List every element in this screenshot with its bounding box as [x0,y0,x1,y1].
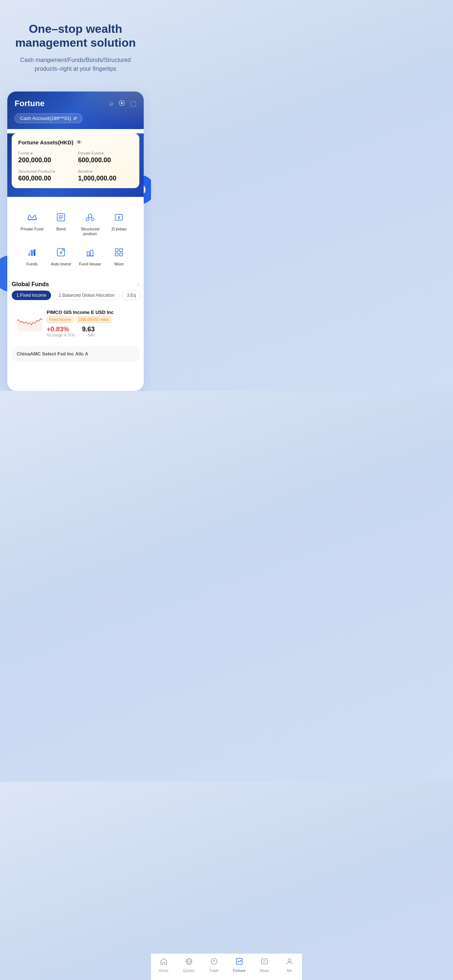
asset-funds: Funds ▶ 200,000.00 [18,151,73,164]
more-icon [112,245,126,259]
eye-icon[interactable]: 👁 [76,139,82,146]
menu-grid: Private Fund Bond [16,201,135,275]
fundhouse-icon [83,245,97,259]
svg-rect-24 [120,253,123,256]
fund-amount-tag: 1000.00USD initial [76,317,111,323]
headset-icon[interactable]: ⦿ [118,100,125,107]
asset-structured: Structured Product ▶ 600,000.00 [18,169,73,182]
menu-item-fundhouse[interactable]: Fund House [77,242,103,269]
tab-balanced[interactable]: 2.Balanced Global Allocation [54,291,119,300]
fund-name-chinaamc: ChinaAMC Select Fxd Inc Allc A [17,351,88,356]
menu-section: Private Fund Bond [7,197,144,275]
hero-title: One–stop wealth management solution [11,22,140,50]
header-wave [62,92,144,129]
message-icon[interactable]: ⬚ [130,100,136,108]
fund-card-pimco[interactable]: PIMCO GIS Income E USD Inc Fixed Income … [12,304,139,342]
tab-fixed-income[interactable]: 1.Fixed Income [12,291,51,300]
asset-private-fund-label: Private Fund ▶ [78,151,133,155]
fund-return-label: %Change in 3YR [47,333,75,337]
fortune-icons: ⌕ ⦿ ⬚ [109,100,136,108]
menu-label-zijinbao: Zi jinbao [111,227,126,232]
asset-private-fund-value: 600,000.00 [78,156,133,164]
fortune-header: Fortune ⌕ ⦿ ⬚ Cash Account(199***01) ⇄ [7,92,144,129]
svg-rect-21 [115,249,118,251]
fund-name-pimco: PIMCO GIS Income E USD Inc [47,310,134,315]
phone-card: Fortune ⌕ ⦿ ⬚ Cash Account(199***01) ⇄ F… [7,92,144,391]
assets-title-row: Fortune Assets(HKD) 👁 [18,139,133,146]
fund-nav-label: NAV [82,333,95,337]
menu-label-structured: Structured product [78,227,102,236]
asset-structured-value: 600,000.00 [18,175,73,182]
svg-point-6 [86,218,89,221]
menu-item-zijinbao[interactable]: ¥ Zi jinbao [106,207,132,239]
autoinvest-icon: ¥ [54,245,68,259]
assets-grid: Funds ▶ 200,000.00 Private Fund ▶ 600,00… [18,151,133,182]
arrow-icon-2: ▶ [102,151,104,155]
crown-icon [25,210,39,224]
svg-text:¥: ¥ [60,250,62,255]
asset-bonds: Bonds ▶ 1,000,000.00 [78,169,133,182]
search-icon[interactable]: ⌕ [109,100,113,107]
fund-chart-pimco [17,310,42,331]
fund-nav-value: 9.63 [82,326,95,333]
tabs-row: 1.Fixed Income 2.Balanced Global Allocat… [7,291,144,304]
structured-icon [83,210,97,224]
tab-equity[interactable]: 3.Eq [122,291,141,300]
account-label: Cash Account(199***01) [20,116,71,121]
arrow-icon: ▶ [30,151,33,155]
menu-label-more: More [115,262,124,267]
fund-return-col: +0.83% %Change in 3YR [47,326,75,337]
menu-label-fundhouse: Fund House [79,262,101,267]
asset-bonds-value: 1,000,000.00 [78,175,133,182]
fund-nav-col: 9.63 NAV [82,326,95,337]
arrow-icon-3: ▶ [53,170,56,173]
assets-card: Fortune Assets(HKD) 👁 Funds ▶ 200,000.00… [12,134,139,188]
fund-card-chinaamc[interactable]: ChinaAMC Select Fxd Inc Allc A [12,346,139,362]
funds-icon [25,245,39,259]
asset-funds-value: 200,000.00 [18,156,73,164]
menu-label-private-fund: Private Fund [21,227,43,232]
svg-rect-18 [87,251,89,256]
global-funds-header: Global Funds › [7,275,144,291]
hero-section: One–stop wealth management solution Cash… [0,0,151,84]
svg-point-7 [91,218,94,221]
bond-icon [54,210,68,224]
fund-stats-pimco: +0.83% %Change in 3YR 9.63 NAV [47,326,134,337]
hero-subtitle: Cash mangement/Funds/Bonds/Structured pr… [11,56,140,73]
global-funds-title: Global Funds [12,281,49,288]
menu-item-bond[interactable]: Bond [48,207,74,239]
svg-point-5 [88,214,92,218]
section-arrow-icon[interactable]: › [137,281,139,288]
fund-return-pct: +0.83% [47,326,75,333]
assets-section-bg: Fortune Assets(HKD) 👁 Funds ▶ 200,000.00… [7,134,144,197]
fund-tags-pimco: Fixed Income 1000.00USD initial [47,317,134,323]
fund-type-tag: Fixed Income [47,317,74,323]
asset-funds-label: Funds ▶ [18,151,73,155]
asset-private-fund: Private Fund ▶ 600,000.00 [78,151,133,164]
svg-rect-23 [115,253,118,256]
svg-rect-12 [29,253,30,256]
svg-rect-13 [31,251,33,256]
asset-structured-label: Structured Product ▶ [18,169,73,173]
menu-item-private-fund[interactable]: Private Fund [19,207,45,239]
menu-label-funds: Funds [26,262,38,267]
svg-rect-0 [28,220,37,221]
menu-label-autoinvest: Auto Invest [51,262,71,267]
bottom-spacer [7,362,144,391]
fortune-top-row: Fortune ⌕ ⦿ ⬚ [14,99,136,108]
zijin-icon: ¥ [112,210,126,224]
menu-item-autoinvest[interactable]: ¥ Auto Invest [48,242,74,269]
svg-rect-22 [120,249,123,251]
asset-bonds-label: Bonds ▶ [78,169,133,173]
fortune-title: Fortune [14,99,45,108]
menu-item-funds[interactable]: Funds [19,242,45,269]
menu-item-more[interactable]: More [106,242,132,269]
menu-item-structured[interactable]: Structured product [77,207,103,239]
arrow-icon-4: ▶ [91,170,93,173]
menu-label-bond: Bond [56,227,65,232]
assets-title: Fortune Assets(HKD) [18,139,73,145]
svg-rect-19 [91,250,93,256]
account-icon: ⇄ [73,116,77,121]
fund-info-pimco: PIMCO GIS Income E USD Inc Fixed Income … [47,310,134,337]
account-badge[interactable]: Cash Account(199***01) ⇄ [14,113,83,123]
